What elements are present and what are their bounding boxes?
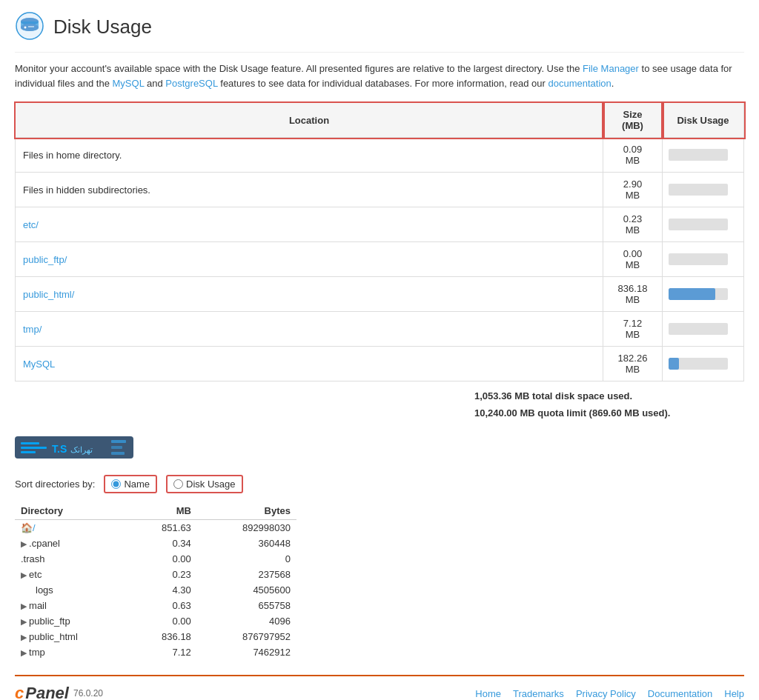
disk-bar-container [669,149,728,161]
dir-mb-cell: 851.63 [129,520,197,536]
sort-name-label: Name [124,479,150,490]
expand-arrow[interactable]: ▶ [21,633,29,641]
expand-arrow[interactable]: ▶ [21,570,29,579]
dir-bytes-cell: 360448 [197,536,296,551]
disk-bar-fill [669,288,715,300]
dir-name-cell: logs [15,582,129,598]
directory-table: Directory MB Bytes 🏠/851.63892998030▶ .c… [15,502,296,660]
footer-links: HomeTrademarksPrivacy PolicyDocumentatio… [475,688,744,699]
usage-table-row: public_html/836.18 MB [16,277,744,312]
dir-col-bytes: Bytes [197,502,296,520]
dir-bytes-cell: 655758 [197,598,296,613]
location-link[interactable]: etc/ [23,219,39,230]
col-header-size: Size(MB) [603,103,663,138]
location-link[interactable]: public_ftp/ [23,254,67,265]
disk-bar-cell [663,347,744,381]
sort-by-disk[interactable]: Disk Usage [166,475,242,493]
dir-table-row: ▶ mail0.63655758 [15,598,296,613]
location-link[interactable]: MySQL [23,359,55,370]
footer-link[interactable]: Documentation [648,688,712,699]
expand-arrow[interactable]: ▶ [21,648,29,657]
svg-rect-11 [111,446,122,449]
size-cell: 2.90 MB [603,173,663,207]
expand-arrow[interactable]: ▶ [21,539,29,548]
svg-text:تهرانک: تهرانک [70,445,93,455]
dir-name-cell: ▶ mail [15,598,129,613]
footer-link[interactable]: Help [724,688,744,699]
location-link[interactable]: public_html/ [23,289,74,300]
dir-bytes-cell: 876797952 [197,629,296,644]
disk-bar-container [669,358,728,370]
usage-table-row: etc/0.23 MB [16,207,744,242]
size-cell: 182.26 MB [603,347,663,381]
file-manager-link[interactable]: File Manager [583,63,639,74]
svg-rect-7 [21,451,36,453]
dir-name-cell: ▶ .cpanel [15,536,129,551]
dir-name-label: public_html [29,631,78,642]
sort-name-radio[interactable] [111,479,121,489]
dir-name-cell: 🏠/ [15,520,129,536]
sort-disk-radio[interactable] [173,479,183,489]
footer-left: c Panel 76.0.20 [15,684,103,700]
disk-bar-cell [663,242,744,277]
dir-table-row: ▶ .cpanel0.34360448 [15,536,296,551]
dir-name-label: tmp [29,647,45,658]
quota-info: 10,240.00 MB quota limit (869.60 MB used… [467,404,744,421]
dir-mb-cell: 0.63 [129,598,197,613]
disk-bar-container [669,219,728,230]
dir-name-label: logs [21,584,53,596]
dir-table-row: ▶ tmp7.127462912 [15,644,296,660]
dir-name-cell: ▶ public_html [15,629,129,644]
usage-table: Location Size(MB) Disk Usage Files in ho… [15,102,744,381]
expand-arrow[interactable]: ▶ [21,617,29,626]
usage-table-row: public_ftp/0.00 MB [16,242,744,277]
location-link[interactable]: tmp/ [23,324,42,335]
footer-link[interactable]: Trademarks [513,688,564,699]
dir-bytes-cell: 4096 [197,613,296,629]
dir-name-cell: .trash [15,551,129,567]
expand-arrow[interactable]: ▶ [21,601,29,610]
svg-rect-5 [21,442,39,444]
sort-label: Sort directories by: [15,479,95,490]
disk-bar-cell [663,277,744,312]
dir-table-row: ▶ public_html836.18876797952 [15,629,296,644]
dir-name-label: mail [29,600,47,611]
home-icon: 🏠 [21,522,33,533]
disk-bar-container [669,323,728,335]
dir-bytes-cell: 892998030 [197,520,296,536]
dir-name-label: etc [29,569,42,580]
dir-link[interactable]: / [33,522,36,533]
dir-table-row: .trash0.000 [15,551,296,567]
footer-link[interactable]: Privacy Policy [576,688,636,699]
dir-mb-cell: 836.18 [129,629,197,644]
dir-bytes-cell: 7462912 [197,644,296,660]
size-cell: 0.09 MB [603,138,663,173]
sort-by-name[interactable]: Name [104,475,157,493]
disk-bar-cell [663,312,744,347]
size-cell: 0.23 MB [603,207,663,242]
documentation-link[interactable]: documentation [548,78,611,89]
disk-bar-cell [663,207,744,242]
size-cell: 836.18 MB [603,277,663,312]
dir-mb-cell: 4.30 [129,582,197,598]
size-cell: 7.12 MB [603,312,663,347]
page-title: Disk Usage [53,16,152,39]
svg-point-2 [21,24,39,31]
disk-bar-container [669,184,728,196]
dir-name-cell: ▶ etc [15,567,129,582]
svg-text:T.S: T.S [52,443,67,455]
total-disk-used: 1,053.36 MB total disk space used. [467,387,744,404]
dir-name-cell: ▶ tmp [15,644,129,660]
usage-table-row: Files in hidden subdirectories.2.90 MB [16,173,744,207]
svg-rect-6 [21,447,47,449]
dir-table-row: ▶ etc0.23237568 [15,567,296,582]
mysql-link[interactable]: MySQL [113,78,145,89]
dir-mb-cell: 7.12 [129,644,197,660]
postgresql-link[interactable]: PostgreSQL [165,78,217,89]
page-header: Disk Usage [15,11,744,53]
dir-mb-cell: 0.23 [129,567,197,582]
footer-link[interactable]: Home [475,688,501,699]
disk-bar-cell [663,173,744,207]
footer-version: 76.0.20 [73,688,103,699]
usage-table-row: tmp/7.12 MB [16,312,744,347]
